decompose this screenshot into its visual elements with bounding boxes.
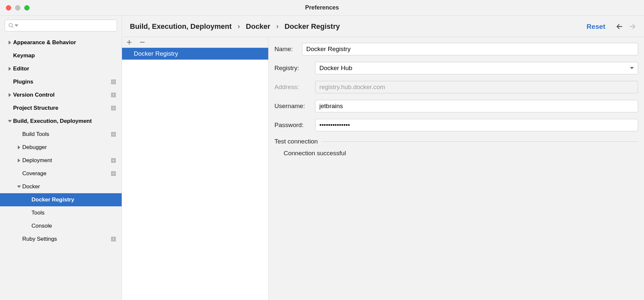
svg-rect-22 bbox=[111, 237, 115, 241]
registry-list-item[interactable]: Docker Registry bbox=[122, 48, 268, 60]
svg-rect-20 bbox=[112, 173, 114, 175]
svg-rect-11 bbox=[112, 107, 114, 109]
content-area: Build, Execution, Deployment › Docker › … bbox=[122, 16, 644, 300]
sidebar-item[interactable]: Keymap bbox=[0, 49, 122, 62]
expand-arrow-icon[interactable] bbox=[7, 67, 13, 71]
sidebar-item-label: Coverage bbox=[22, 170, 110, 177]
svg-marker-16 bbox=[18, 159, 20, 162]
sidebar-item[interactable]: Build, Execution, Deployment bbox=[0, 115, 122, 128]
breadcrumb-item[interactable]: Build, Execution, Deployment bbox=[130, 22, 231, 31]
sidebar-item[interactable]: Docker Registry bbox=[0, 193, 122, 206]
address-label: Address: bbox=[274, 84, 315, 91]
chevron-right-icon: › bbox=[237, 22, 240, 31]
breadcrumb: Build, Execution, Deployment › Docker › … bbox=[122, 16, 644, 37]
sidebar-item[interactable]: Build Tools bbox=[0, 128, 122, 141]
sidebar-item[interactable]: Ruby Settings bbox=[0, 233, 122, 246]
sidebar-item-label: Project Structure bbox=[13, 105, 110, 111]
svg-rect-8 bbox=[111, 93, 115, 97]
sidebar-item[interactable]: Debugger bbox=[0, 141, 122, 154]
sidebar-item-label: Build, Execution, Deployment bbox=[13, 118, 110, 124]
search-input[interactable] bbox=[5, 20, 117, 31]
svg-rect-19 bbox=[111, 172, 115, 176]
svg-marker-21 bbox=[17, 185, 21, 188]
expand-arrow-icon[interactable] bbox=[7, 93, 13, 97]
password-label: Password: bbox=[274, 122, 315, 129]
sidebar-item-label: Docker Registry bbox=[31, 197, 110, 203]
forward-button[interactable] bbox=[629, 23, 636, 30]
registry-list: Docker Registry bbox=[122, 48, 268, 300]
project-level-badge-icon bbox=[110, 237, 117, 241]
project-level-badge-icon bbox=[110, 93, 117, 97]
sidebar-item-label: Editor bbox=[13, 66, 110, 72]
breadcrumb-item[interactable]: Docker Registry bbox=[285, 22, 340, 31]
svg-rect-5 bbox=[111, 80, 115, 84]
name-label: Name: bbox=[274, 46, 302, 53]
sidebar-item[interactable]: Appearance & Behavior bbox=[0, 36, 122, 49]
sidebar-item-label: Console bbox=[31, 223, 110, 229]
test-connection-label: Test connection bbox=[274, 138, 318, 145]
password-field[interactable] bbox=[315, 119, 638, 131]
sidebar-item[interactable]: Editor bbox=[0, 62, 122, 75]
sidebar-item-label: Keymap bbox=[13, 52, 110, 59]
name-field[interactable] bbox=[302, 43, 638, 55]
registry-select[interactable]: Docker Hub bbox=[315, 62, 638, 74]
sidebar-item[interactable]: Project Structure bbox=[0, 102, 122, 115]
sidebar-item[interactable]: Plugins bbox=[0, 75, 122, 88]
svg-rect-13 bbox=[111, 132, 115, 136]
close-window-button[interactable] bbox=[6, 5, 11, 10]
sidebar-item[interactable]: Docker bbox=[0, 180, 122, 193]
svg-rect-10 bbox=[111, 106, 115, 110]
back-button[interactable] bbox=[616, 23, 623, 30]
svg-marker-2 bbox=[15, 25, 18, 27]
traffic-lights bbox=[0, 5, 30, 10]
sidebar: Appearance & BehaviorKeymapEditorPlugins… bbox=[0, 16, 122, 300]
address-field bbox=[315, 81, 638, 93]
project-level-badge-icon bbox=[110, 158, 117, 163]
svg-rect-14 bbox=[112, 133, 114, 135]
remove-button[interactable] bbox=[140, 40, 145, 45]
username-field[interactable] bbox=[315, 100, 638, 112]
sidebar-item[interactable]: Deployment bbox=[0, 154, 122, 167]
sidebar-item-label: Tools bbox=[31, 210, 110, 216]
svg-line-1 bbox=[12, 26, 13, 28]
svg-marker-27 bbox=[630, 67, 634, 69]
expand-arrow-icon[interactable] bbox=[7, 41, 13, 45]
minimize-window-button[interactable] bbox=[15, 5, 20, 10]
window-title: Preferences bbox=[0, 4, 644, 11]
svg-rect-9 bbox=[112, 94, 114, 96]
project-level-badge-icon bbox=[110, 171, 117, 176]
reset-button[interactable]: Reset bbox=[587, 23, 605, 30]
svg-marker-15 bbox=[18, 145, 20, 149]
registry-list-panel: Docker Registry bbox=[122, 37, 269, 300]
add-button[interactable] bbox=[127, 40, 132, 45]
sidebar-item-label: Plugins bbox=[13, 79, 110, 85]
settings-tree: Appearance & BehaviorKeymapEditorPlugins… bbox=[0, 35, 122, 300]
sidebar-item-label: Version Control bbox=[13, 92, 110, 98]
sidebar-item-label: Debugger bbox=[22, 144, 110, 151]
breadcrumb-item[interactable]: Docker bbox=[246, 22, 271, 31]
chevron-down-icon bbox=[630, 66, 634, 70]
expand-arrow-icon[interactable] bbox=[16, 185, 22, 189]
sidebar-item[interactable]: Version Control bbox=[0, 88, 122, 102]
maximize-window-button[interactable] bbox=[24, 5, 30, 10]
sidebar-item[interactable]: Console bbox=[0, 219, 122, 233]
sidebar-item[interactable]: Tools bbox=[0, 206, 122, 219]
titlebar: Preferences bbox=[0, 0, 644, 16]
chevron-right-icon: › bbox=[276, 22, 278, 31]
sidebar-item-label: Ruby Settings bbox=[22, 236, 110, 242]
sidebar-item-label: Build Tools bbox=[22, 131, 110, 138]
svg-marker-4 bbox=[9, 67, 11, 71]
expand-arrow-icon[interactable] bbox=[7, 119, 13, 123]
svg-rect-17 bbox=[111, 159, 115, 162]
registry-toolbar bbox=[122, 37, 268, 48]
svg-marker-3 bbox=[9, 41, 11, 45]
svg-point-0 bbox=[9, 23, 12, 27]
expand-arrow-icon[interactable] bbox=[16, 159, 22, 162]
search-history-dropdown-icon[interactable] bbox=[15, 24, 18, 27]
sidebar-item[interactable]: Coverage bbox=[0, 167, 122, 180]
svg-rect-23 bbox=[112, 238, 114, 240]
expand-arrow-icon[interactable] bbox=[16, 145, 22, 149]
username-label: Username: bbox=[274, 103, 315, 110]
svg-marker-7 bbox=[9, 93, 11, 97]
project-level-badge-icon bbox=[110, 80, 117, 84]
